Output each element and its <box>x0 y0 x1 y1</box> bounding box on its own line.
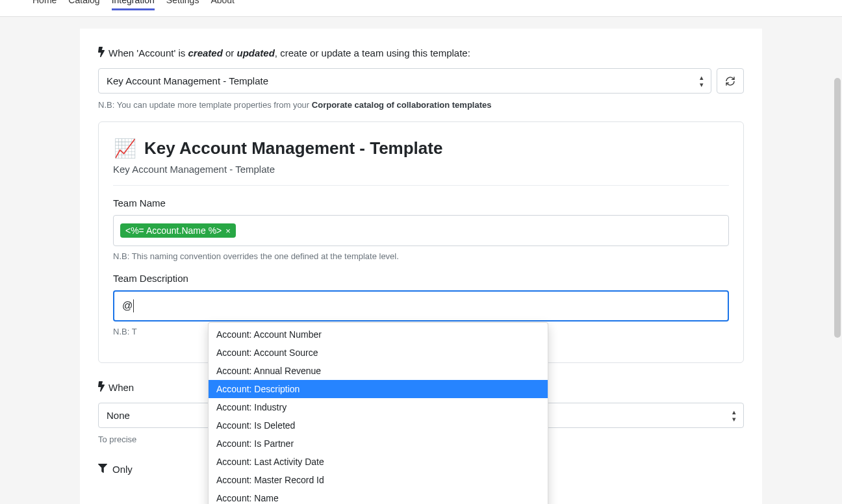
template-select-value[interactable]: Key Account Management - Template <box>98 68 711 94</box>
card-title: Key Account Management - Template <box>144 138 442 158</box>
dropdown-item[interactable]: Account: Master Record Id <box>209 471 548 489</box>
team-name-tag[interactable]: <%= Account.Name %> × <box>120 223 236 238</box>
team-description-label: Team Description <box>113 273 729 284</box>
top-nav: Home Catalog Integration Settings About <box>0 0 842 17</box>
trigger-text: When 'Account' is created or updated, cr… <box>108 47 470 58</box>
dropdown-item[interactable]: Account: Name <box>209 489 548 504</box>
team-name-input[interactable]: <%= Account.Name %> × <box>113 215 729 246</box>
card-subtitle: Key Account Management - Template <box>113 164 729 186</box>
nav-about[interactable]: About <box>210 0 235 8</box>
caret-icon: ▴▾ <box>700 74 704 88</box>
dropdown-item[interactable]: Account: Is Deleted <box>209 416 548 435</box>
page-scrollbar[interactable] <box>834 78 841 338</box>
trigger2-text: When <box>108 382 134 393</box>
catalog-link[interactable]: Corporate catalog of collaboration templ… <box>312 100 492 110</box>
nav-settings[interactable]: Settings <box>166 0 199 8</box>
template-select[interactable]: Key Account Management - Template ▴▾ <box>98 68 711 94</box>
trigger-sentence: When 'Account' is created or updated, cr… <box>98 47 744 59</box>
dropdown-item-highlighted[interactable]: Account: Description <box>209 380 548 398</box>
dropdown-item[interactable]: Account: Industry <box>209 398 548 416</box>
team-description-input[interactable]: @ <box>113 290 729 321</box>
nav-catalog[interactable]: Catalog <box>68 0 99 8</box>
filter-icon <box>98 464 107 475</box>
dropdown-item[interactable]: Account: Last Activity Date <box>209 453 548 471</box>
bolt-icon <box>98 47 105 59</box>
dropdown-item[interactable]: Account: Annual Revenue <box>209 362 548 380</box>
dropdown-item[interactable]: Account: Account Number <box>209 325 548 344</box>
autocomplete-dropdown: Account: Account Number Account: Account… <box>208 322 548 504</box>
bolt-icon <box>98 381 105 394</box>
tag-text: <%= Account.Name %> <box>125 225 222 236</box>
refresh-icon <box>725 76 735 86</box>
nav-integration[interactable]: Integration <box>112 0 155 8</box>
caret-icon: ▴▾ <box>732 409 736 423</box>
nb-template-properties: N.B: You can update more template proper… <box>98 100 744 110</box>
dropdown-item[interactable]: Account: Is Partner <box>209 435 548 453</box>
team-name-label: Team Name <box>113 197 729 208</box>
autocomplete-scroll[interactable]: Account: Account Number Account: Account… <box>209 325 548 504</box>
nav-home[interactable]: Home <box>32 0 57 8</box>
refresh-button[interactable] <box>717 68 744 94</box>
only-text: Only <box>112 464 133 475</box>
tag-remove-icon[interactable]: × <box>225 226 231 236</box>
card-emoji-icon: 📈 <box>113 136 136 160</box>
dropdown-item[interactable]: Account: Account Source <box>209 344 548 362</box>
team-name-nb: N.B: This naming convention overrides th… <box>113 251 729 261</box>
